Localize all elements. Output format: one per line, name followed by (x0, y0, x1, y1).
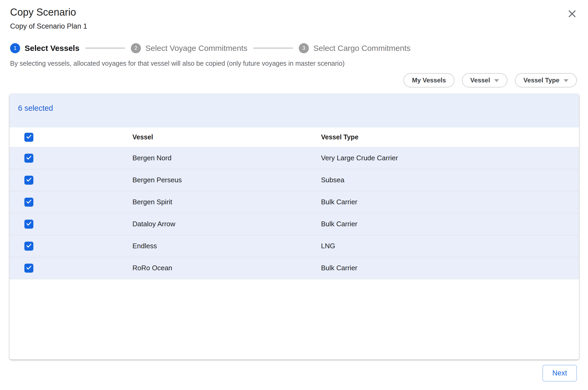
cell-vessel-type: Very Large Crude Carrier (321, 154, 579, 162)
cell-vessel-type: Subsea (321, 176, 579, 184)
step-select-voyage-commitments[interactable]: 2 Select Voyage Commitments (131, 43, 247, 53)
filter-vessel-label: Vessel (470, 77, 490, 84)
table-row[interactable]: Bergen Perseus Subsea (10, 169, 579, 191)
row-checkbox-cell (10, 176, 132, 185)
close-button[interactable] (565, 7, 579, 21)
close-icon (567, 16, 577, 20)
row-checkbox[interactable] (24, 154, 33, 163)
check-icon (26, 198, 32, 206)
table-row[interactable]: RoRo Ocean Bulk Carrier (10, 257, 579, 279)
cell-vessel-type: Bulk Carrier (321, 264, 579, 272)
cell-vessel: Endless (132, 242, 321, 250)
row-checkbox-cell (10, 154, 132, 163)
row-checkbox[interactable] (24, 176, 33, 185)
table-header-row: Vessel Vessel Type (10, 127, 579, 147)
table-row[interactable]: Bergen Spirit Bulk Carrier (10, 191, 579, 213)
row-checkbox[interactable] (24, 198, 33, 207)
filter-bar: My Vessels Vessel Vessel Type (0, 73, 577, 87)
cell-vessel-type: Bulk Carrier (321, 220, 579, 228)
stepper: 1 Select Vessels 2 Select Voyage Commitm… (10, 43, 588, 53)
filter-my-vessels-label: My Vessels (412, 77, 446, 84)
step-3-label: Select Cargo Commitments (313, 44, 411, 53)
table-empty-area (10, 279, 579, 360)
dialog-subtitle: Copy of Scenario Plan 1 (10, 22, 87, 30)
row-checkbox-cell (10, 242, 132, 251)
table-row[interactable]: Bergen Nord Very Large Crude Carrier (10, 147, 579, 169)
step-1-label: Select Vessels (25, 44, 79, 53)
step-1-circle: 1 (10, 43, 20, 53)
check-icon (26, 264, 32, 272)
filter-vessel[interactable]: Vessel (462, 73, 508, 87)
row-checkbox[interactable] (24, 242, 33, 251)
chevron-down-icon (564, 79, 568, 82)
check-icon (26, 220, 32, 228)
filter-vessel-type-label: Vessel Type (523, 77, 559, 84)
filter-vessel-type[interactable]: Vessel Type (515, 73, 577, 87)
table-row[interactable]: Dataloy Arrow Bulk Carrier (10, 213, 579, 235)
column-header-vessel-type: Vessel Type (321, 133, 579, 141)
cell-vessel: Bergen Perseus (132, 176, 321, 184)
chevron-down-icon (494, 79, 499, 82)
step-select-cargo-commitments[interactable]: 3 Select Cargo Commitments (299, 43, 411, 53)
cell-vessel: Bergen Nord (132, 154, 321, 162)
step-select-vessels[interactable]: 1 Select Vessels (10, 43, 79, 53)
check-icon (26, 242, 32, 250)
row-checkbox-cell (10, 198, 132, 207)
check-icon (26, 134, 32, 141)
check-icon (26, 176, 32, 184)
check-icon (26, 154, 32, 162)
table-row[interactable]: Endless LNG (10, 235, 579, 257)
select-all-checkbox[interactable] (24, 133, 33, 142)
filter-my-vessels[interactable]: My Vessels (403, 73, 454, 87)
cell-vessel: Bergen Spirit (132, 198, 321, 206)
cell-vessel-type: Bulk Carrier (321, 198, 579, 206)
selection-bar: 6 selected (10, 94, 579, 127)
step-3-circle: 3 (299, 43, 309, 53)
cell-vessel: RoRo Ocean (132, 264, 321, 272)
helper-text: By selecting vessels, allocated voyages … (10, 60, 588, 67)
next-button[interactable]: Next (542, 365, 577, 382)
cell-vessel: Dataloy Arrow (132, 220, 321, 228)
page-title: Copy Scenario (10, 6, 87, 19)
stepper-connector (85, 48, 125, 48)
row-checkbox[interactable] (24, 264, 33, 273)
step-2-label: Select Voyage Commitments (145, 44, 247, 53)
dialog-footer: Next (0, 365, 577, 382)
dialog-header: Copy Scenario Copy of Scenario Plan 1 (0, 0, 588, 30)
step-2-circle: 2 (131, 43, 141, 53)
header-checkbox-cell (10, 133, 132, 142)
dialog-title-block: Copy Scenario Copy of Scenario Plan 1 (10, 6, 87, 30)
vessel-table: 6 selected Vessel Vessel Type Bergen Nor… (10, 94, 579, 360)
row-checkbox[interactable] (24, 220, 33, 229)
cell-vessel-type: LNG (321, 242, 579, 250)
column-header-vessel: Vessel (132, 133, 321, 141)
row-checkbox-cell (10, 264, 132, 273)
stepper-connector (253, 48, 293, 48)
row-checkbox-cell (10, 220, 132, 229)
selection-count: 6 selected (18, 104, 53, 112)
